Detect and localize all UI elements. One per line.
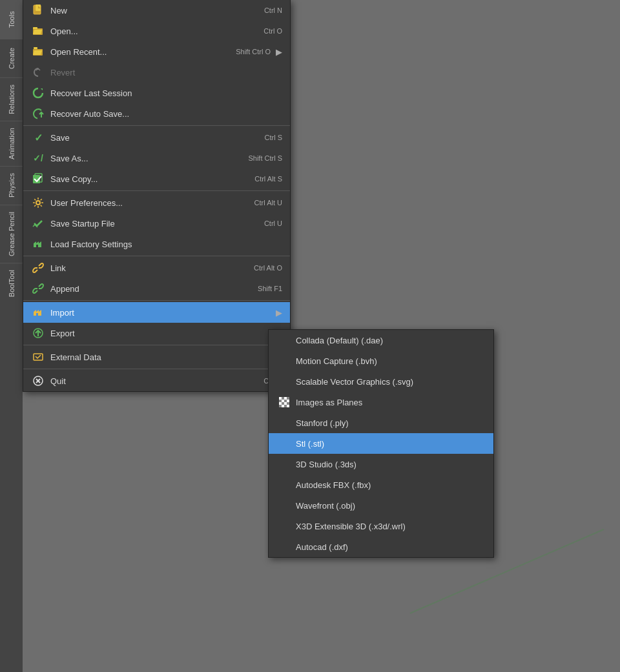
startup-icon [31, 216, 45, 230]
save-as-icon: ✓/ [31, 151, 45, 165]
submenu-item-stl-label: Stl (.stl) [296, 439, 324, 449]
menu-item-user-prefs[interactable]: User Preferences... Ctrl Alt U [23, 192, 290, 213]
menu-item-export[interactable]: Export ▶ [23, 323, 290, 343]
menu-item-user-prefs-label: User Preferences... [50, 198, 242, 208]
submenu-item-x3d-label: X3D Extensible 3D (.x3d/.wrl) [296, 522, 406, 531]
external-icon [31, 350, 45, 364]
menu-item-save-as-shortcut: Shift Ctrl S [248, 154, 282, 162]
sidebar-tab-physics[interactable]: Physics [0, 166, 23, 205]
submenu-item-autocad-label: Autocad (.dxf) [296, 542, 348, 552]
submenu-item-images-planes[interactable]: Images as Planes [269, 392, 493, 412]
factory-icon [31, 237, 45, 251]
sidebar-tab-tools[interactable]: Tools [0, 0, 23, 39]
separator-6 [23, 369, 290, 369]
collada-icon [278, 334, 291, 347]
submenu-item-autocad[interactable]: Autocad (.dxf) [269, 536, 493, 557]
submenu-item-images-planes-label: Images as Planes [296, 398, 362, 407]
quit-icon [31, 374, 45, 388]
menu-item-save-startup[interactable]: Save Startup File Ctrl U [23, 213, 290, 234]
svg-rect-13 [36, 313, 38, 316]
menu-item-recover-auto[interactable]: Recover Auto Save... [23, 103, 290, 124]
menu-item-save-as[interactable]: ✓/ Save As... Shift Ctrl S [23, 148, 290, 168]
submenu-item-collada[interactable]: Collada (Default) (.dae) [269, 330, 493, 351]
menu-item-revert: Revert [23, 62, 290, 83]
menu-item-save-label: Save [50, 133, 252, 143]
sidebar-tab-animation[interactable]: Animation [0, 121, 23, 166]
menu-item-open-shortcut: Ctrl O [264, 27, 282, 35]
export-icon [31, 326, 45, 340]
svg-rect-12 [36, 245, 38, 247]
checkerboard-icon [278, 396, 291, 409]
submenu-item-x3d[interactable]: X3D Extensible 3D (.x3d/.wrl) [269, 516, 493, 536]
sidebar-tab-create[interactable]: Create [0, 39, 23, 77]
menu-item-external-data[interactable]: External Data ▶ [23, 347, 290, 367]
svg-icon [278, 375, 291, 388]
save-copy-icon [31, 172, 45, 186]
menu-item-open-recent[interactable]: Open Recent... Shift Ctrl O ▶ [23, 41, 290, 62]
import-icon [31, 305, 45, 320]
menu-item-save-copy[interactable]: Save Copy... Ctrl Alt S [23, 168, 290, 189]
stl-icon [278, 437, 291, 450]
left-sidebar: Tools Create Relations Animation Physics… [0, 0, 23, 672]
menu-item-new-label: New [50, 6, 251, 15]
open-recent-arrow-icon: ▶ [276, 47, 282, 57]
menu-item-external-data-label: External Data [50, 352, 271, 362]
save-icon: ✓ [31, 130, 45, 145]
menu-item-import[interactable]: Import ▶ [23, 302, 290, 323]
submenu-item-wavefront[interactable]: Wavefront (.obj) [269, 495, 493, 516]
menu-item-link[interactable]: Link Ctrl Alt O [23, 258, 290, 278]
separator-4 [23, 300, 290, 301]
open-icon [31, 24, 45, 38]
menu-item-load-factory[interactable]: Load Factory Settings [23, 234, 290, 254]
separator-5 [23, 345, 290, 345]
submenu-item-wavefront-label: Wavefront (.obj) [296, 501, 355, 511]
menu-item-import-label: Import [50, 308, 271, 318]
svg-rect-5 [33, 27, 37, 29]
link-icon [31, 261, 45, 275]
submenu-item-autodesk-fbx-label: Autodesk FBX (.fbx) [296, 480, 371, 490]
menu-item-new-shortcut: Ctrl N [264, 6, 282, 14]
menu-item-append-shortcut: Shift F1 [258, 285, 282, 292]
submenu-item-stl[interactable]: Stl (.stl) [269, 433, 493, 454]
x3d-icon [278, 520, 291, 533]
recent-icon [31, 45, 45, 59]
submenu-item-3d-studio-label: 3D Studio (.3ds) [296, 460, 356, 469]
menu-item-quit[interactable]: Quit Ctrl Q [23, 371, 290, 391]
submenu-item-autodesk-fbx[interactable]: Autodesk FBX (.fbx) [269, 474, 493, 495]
svg-rect-7 [34, 47, 37, 49]
menu-item-open-recent-shortcut: Shift Ctrl O [236, 48, 271, 56]
menu-item-recover-last[interactable]: Recover Last Session [23, 83, 290, 103]
autodesk-fbx-icon [278, 478, 291, 491]
wavefront-icon [278, 499, 291, 512]
menu-item-link-shortcut: Ctrl Alt O [254, 264, 282, 272]
sidebar-tab-grease-pencil[interactable]: Grease Pencil [0, 205, 23, 263]
menu-item-new[interactable]: New Ctrl N [23, 0, 290, 21]
recover-last-icon [31, 86, 45, 100]
autocad-icon [278, 540, 291, 553]
prefs-icon [31, 196, 45, 210]
submenu-item-motion-capture-label: Motion Capture (.bvh) [296, 356, 377, 366]
menu-item-append[interactable]: Append Shift F1 [23, 278, 290, 299]
submenu-item-svg[interactable]: Scalable Vector Graphics (.svg) [269, 371, 493, 392]
recover-auto-icon [31, 107, 45, 121]
menu-item-save-copy-shortcut: Ctrl Alt S [254, 175, 282, 183]
import-submenu: Collada (Default) (.dae) Motion Capture … [268, 329, 494, 558]
svg-point-11 [36, 201, 40, 205]
sidebar-tab-booltool[interactable]: BoolTool [0, 263, 23, 303]
menu-item-link-label: Link [50, 263, 241, 273]
menu-item-load-factory-label: Load Factory Settings [50, 239, 282, 249]
menu-item-save-copy-label: Save Copy... [50, 174, 242, 184]
menu-item-save[interactable]: ✓ Save Ctrl S [23, 127, 290, 148]
sidebar-tab-relations[interactable]: Relations [0, 77, 23, 121]
menu-item-save-startup-shortcut: Ctrl U [264, 219, 282, 227]
menu-item-save-as-label: Save As... [50, 154, 235, 163]
menu-item-open[interactable]: Open... Ctrl O [23, 21, 290, 41]
submenu-item-3d-studio[interactable]: 3D Studio (.3ds) [269, 454, 493, 474]
submenu-item-motion-capture[interactable]: Motion Capture (.bvh) [269, 351, 493, 371]
menu-item-user-prefs-shortcut: Ctrl Alt U [254, 199, 282, 207]
append-icon [31, 281, 45, 296]
stanford-icon [278, 416, 291, 429]
separator-1 [23, 125, 290, 126]
submenu-item-stanford[interactable]: Stanford (.ply) [269, 412, 493, 433]
import-arrow-icon: ▶ [276, 308, 282, 318]
